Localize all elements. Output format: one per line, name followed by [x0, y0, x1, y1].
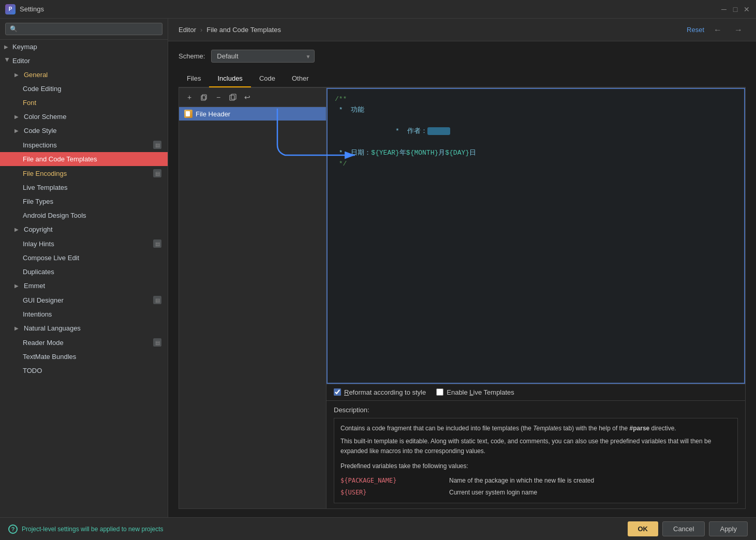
- tabs-row: Files Includes Code Other: [179, 70, 746, 87]
- sidebar-item-keymap[interactable]: ▶ Keymap: [0, 40, 168, 54]
- sidebar-item-inlay-hints[interactable]: Inlay Hints ▤: [0, 236, 168, 251]
- breadcrumb-editor: Editor: [179, 26, 196, 34]
- close-button[interactable]: ✕: [743, 5, 751, 13]
- reformat-label: Reformat according to style: [344, 388, 426, 396]
- info-text: Project-level settings will be applied t…: [22, 526, 163, 533]
- maximize-button[interactable]: □: [731, 5, 739, 13]
- svg-rect-0: [201, 96, 205, 100]
- sidebar-item-copyright[interactable]: ▶ Copyright: [0, 222, 168, 236]
- sidebar-item-label: Code Style: [24, 127, 57, 134]
- sidebar-item-duplicates[interactable]: Duplicates: [0, 265, 168, 279]
- sidebar-item-compose-live-edit[interactable]: Compose Live Edit: [0, 251, 168, 265]
- breadcrumb-page: File and Code Templates: [206, 26, 281, 34]
- sidebar-item-color-scheme[interactable]: ▶ Color Scheme: [0, 110, 168, 124]
- templates-italic: Templates: [533, 425, 561, 432]
- search-bar: [0, 19, 168, 40]
- reset-link[interactable]: Reset: [687, 26, 704, 34]
- var-package-name: ${PACKAGE_NAME}: [340, 476, 444, 486]
- main-layout: ▶ Keymap ▶ Editor ▶ General Code Editing…: [0, 19, 756, 517]
- sidebar-item-label: File and Code Templates: [23, 155, 97, 163]
- sidebar-item-android-design-tools[interactable]: Android Design Tools: [0, 208, 168, 222]
- chevron-icon: ▶: [14, 283, 21, 289]
- sidebar-item-label: Emmet: [24, 282, 45, 290]
- cancel-button[interactable]: Cancel: [662, 521, 705, 536]
- tab-other[interactable]: Other: [284, 70, 317, 87]
- sidebar-item-file-types[interactable]: File Types: [0, 194, 168, 208]
- svg-rect-1: [202, 95, 206, 99]
- sidebar-item-label: Font: [23, 99, 36, 107]
- sidebar-item-intentions[interactable]: Intentions: [0, 307, 168, 321]
- sidebar-item-file-and-code-templates[interactable]: File and Code Templates: [0, 152, 168, 166]
- sidebar-item-natural-languages[interactable]: ▶ Natural Languages: [0, 321, 168, 335]
- back-button[interactable]: ←: [710, 24, 725, 36]
- sidebar-item-label: File Encodings: [23, 170, 67, 177]
- duplicate-template-button[interactable]: [227, 91, 239, 103]
- list-item[interactable]: File Header: [179, 107, 326, 121]
- description-box: Contains a code fragment that can be inc…: [334, 418, 738, 503]
- var-package-name-desc: Name of the package in which the new fil…: [449, 476, 731, 486]
- sidebar-item-label: Duplicates: [23, 268, 54, 276]
- sidebar-item-code-editing[interactable]: Code Editing: [0, 82, 168, 96]
- reformat-checkbox-label[interactable]: Reformat according to style: [334, 388, 426, 396]
- sidebar-item-label: Inlay Hints: [23, 240, 54, 248]
- sidebar-item-gui-designer[interactable]: GUI Designer ▤: [0, 293, 168, 307]
- svg-rect-4: [186, 111, 190, 116]
- inspections-badge: ▤: [153, 141, 161, 149]
- description-area: Description: Contains a code fragment th…: [327, 400, 745, 508]
- sidebar-item-label: Reader Mode: [23, 339, 64, 347]
- sidebar-item-file-encodings[interactable]: File Encodings ▤: [0, 166, 168, 181]
- sidebar-item-textmate-bundles[interactable]: TextMate Bundles: [0, 350, 168, 364]
- enable-live-checkbox[interactable]: [436, 388, 443, 396]
- tab-files[interactable]: Files: [179, 70, 209, 87]
- sidebar-item-label: TextMate Bundles: [23, 353, 76, 361]
- ok-button[interactable]: OK: [628, 521, 659, 536]
- sidebar-item-inspections[interactable]: Inspections ▤: [0, 138, 168, 152]
- sidebar-item-label: TODO: [23, 367, 42, 374]
- window-title: Settings: [20, 5, 44, 13]
- sidebar-item-general[interactable]: ▶ General: [0, 68, 168, 82]
- scheme-row: Scheme: Default Project ▼: [179, 50, 746, 63]
- minimize-button[interactable]: ─: [720, 5, 728, 13]
- inlay-hints-badge: ▤: [153, 239, 161, 248]
- revert-template-button[interactable]: ↩: [241, 91, 254, 103]
- title-bar: P Settings ─ □ ✕: [0, 0, 756, 19]
- description-table: ${PACKAGE_NAME} Name of the package in w…: [340, 476, 731, 498]
- scheme-select[interactable]: Default Project: [211, 50, 315, 63]
- reformat-checkbox[interactable]: [334, 388, 341, 396]
- content-area: Editor › File and Code Templates Reset ←…: [168, 19, 756, 517]
- settings-body: Scheme: Default Project ▼ Files Includes: [168, 41, 756, 517]
- reader-mode-badge: ▤: [153, 338, 161, 347]
- copy-template-button[interactable]: [198, 91, 210, 103]
- chevron-icon: ▶: [5, 58, 10, 64]
- user-tag: [427, 127, 450, 135]
- forward-button[interactable]: →: [731, 24, 746, 36]
- chevron-icon: ▶: [14, 325, 21, 331]
- remove-template-button[interactable]: −: [212, 91, 225, 103]
- breadcrumb: Editor › File and Code Templates: [179, 26, 281, 34]
- sidebar-item-label: Compose Live Edit: [23, 254, 79, 262]
- tab-includes[interactable]: Includes: [209, 70, 250, 87]
- enable-live-checkbox-label[interactable]: Enable Live Templates: [436, 388, 514, 396]
- sidebar-item-label: General: [24, 71, 48, 79]
- sidebar-item-font[interactable]: Font: [0, 96, 168, 110]
- code-line-2: * 功能: [335, 105, 737, 116]
- sidebar-item-editor[interactable]: ▶ Editor: [0, 54, 168, 68]
- sidebar-item-label: GUI Designer: [23, 296, 64, 304]
- tab-code[interactable]: Code: [251, 70, 284, 87]
- info-icon: ?: [8, 524, 18, 534]
- sidebar-item-label: Color Scheme: [24, 113, 66, 121]
- search-input[interactable]: [5, 23, 162, 35]
- code-line-5: */: [335, 159, 737, 170]
- scheme-select-wrapper: Default Project ▼: [211, 50, 315, 63]
- sidebar-item-live-templates[interactable]: Live Templates: [0, 181, 168, 194]
- add-template-button[interactable]: +: [183, 91, 196, 103]
- sidebar-item-emmet[interactable]: ▶ Emmet: [0, 279, 168, 293]
- code-line-3: * 作者：: [335, 116, 737, 148]
- code-editor[interactable]: /** * 功能 * 作者： * 日期：${YEAR}年${MONTH}月${D…: [327, 88, 745, 384]
- sidebar-item-todo[interactable]: TODO: [0, 364, 168, 378]
- apply-button[interactable]: Apply: [709, 521, 748, 536]
- file-encodings-badge: ▤: [153, 169, 161, 177]
- sidebar-item-reader-mode[interactable]: Reader Mode ▤: [0, 335, 168, 350]
- sidebar-item-code-style[interactable]: ▶ Code Style: [0, 124, 168, 138]
- content-header: Editor › File and Code Templates Reset ←…: [168, 19, 756, 41]
